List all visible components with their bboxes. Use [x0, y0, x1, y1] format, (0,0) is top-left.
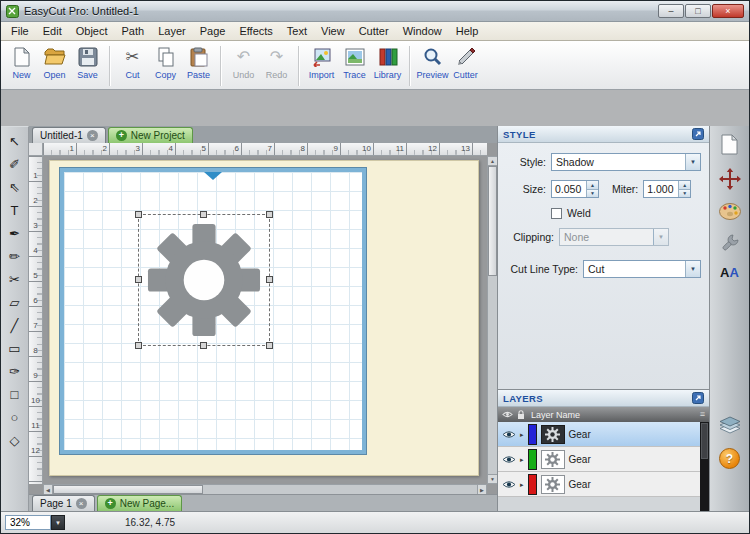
layer-thumbnail[interactable] — [541, 425, 565, 444]
scroll-right-icon[interactable]: ▶ — [477, 485, 487, 494]
panel-popout-icon[interactable] — [692, 392, 704, 404]
library-button[interactable]: Library — [371, 44, 404, 80]
zoom-level-input[interactable]: 32% — [5, 515, 51, 530]
layers-scroll-thumb[interactable] — [701, 423, 708, 459]
tool-pen[interactable]: ✑ — [4, 360, 26, 382]
tool-eyedropper[interactable]: ✒ — [4, 222, 26, 244]
close-button[interactable]: × — [712, 4, 744, 18]
tool-rectangle[interactable]: □ — [4, 383, 26, 405]
tool-shape[interactable]: ▭ — [4, 337, 26, 359]
menu-item[interactable]: Path — [115, 23, 152, 39]
clipping-select[interactable]: None ▼ — [559, 228, 669, 246]
help-icon[interactable]: ? — [719, 448, 740, 469]
horizontal-scroll-thumb[interactable] — [53, 485, 203, 494]
layer-color-swatch[interactable] — [528, 424, 537, 445]
layer-row[interactable]: ▸ Gear — [498, 422, 700, 447]
maximize-button[interactable]: □ — [685, 4, 711, 18]
menu-item[interactable]: Layer — [151, 23, 193, 39]
tool-pencil[interactable]: ✏ — [4, 245, 26, 267]
selection-handle-w[interactable] — [135, 276, 142, 283]
vertical-scrollbar[interactable]: ▲ ▼ — [487, 156, 497, 484]
tab-page-1[interactable]: Page 1 × — [32, 495, 95, 511]
layer-row[interactable]: ▸ Gear — [498, 472, 700, 497]
tool-ellipse[interactable]: ○ — [4, 406, 26, 428]
menu-item[interactable]: Help — [449, 23, 486, 39]
spin-up-icon[interactable]: ▲ — [587, 181, 598, 190]
selection-handle-n[interactable] — [200, 211, 207, 218]
chevron-down-icon[interactable]: ▼ — [685, 154, 700, 170]
redo-button[interactable]: ↷ Redo — [260, 44, 293, 80]
undo-button[interactable]: ↶ Undo — [227, 44, 260, 80]
selection-handle-nw[interactable] — [135, 211, 142, 218]
layer-expand-caret-icon[interactable]: ▸ — [520, 456, 524, 463]
new-page-tab[interactable]: + New Page... — [97, 495, 182, 511]
preview-button[interactable]: Preview — [416, 44, 449, 80]
title-bar[interactable]: EasyCut Pro: Untitled-1 – □ × — [1, 1, 749, 22]
menu-item[interactable]: Cutter — [352, 23, 396, 39]
layer-expand-caret-icon[interactable]: ▸ — [520, 431, 524, 438]
horizontal-scrollbar[interactable]: ◀ ▶ — [43, 484, 487, 494]
menu-item[interactable]: Text — [280, 23, 314, 39]
tab-untitled-1[interactable]: Untitled-1 × — [32, 127, 106, 143]
scroll-up-icon[interactable]: ▲ — [488, 156, 497, 166]
new-button[interactable]: New — [5, 44, 38, 80]
tab-close-icon[interactable]: × — [87, 130, 98, 141]
layers-panel-header[interactable]: LAYERS — [498, 390, 709, 407]
paste-button[interactable]: Paste — [182, 44, 215, 80]
layer-color-swatch[interactable] — [528, 474, 537, 495]
layer-row[interactable]: ▸ Gear — [498, 447, 700, 472]
style-select[interactable]: Shadow ▼ — [551, 153, 701, 171]
menu-item[interactable]: Effects — [232, 23, 279, 39]
minimize-button[interactable]: – — [658, 4, 684, 18]
text-style-icon[interactable]: AA AA — [720, 266, 739, 279]
copy-button[interactable]: Copy — [149, 44, 182, 80]
selection-handle-sw[interactable] — [135, 342, 142, 349]
cutting-mat[interactable] — [60, 168, 366, 454]
document-panel-icon[interactable] — [721, 134, 738, 155]
layer-visibility-eye-icon[interactable] — [502, 455, 516, 464]
zoom-dropdown-icon[interactable]: ▼ — [51, 515, 65, 530]
selection-bounds[interactable] — [138, 214, 270, 346]
layer-color-swatch[interactable] — [528, 449, 537, 470]
tool-text[interactable]: T — [4, 199, 26, 221]
spin-down-icon[interactable]: ▼ — [587, 190, 598, 198]
scroll-left-icon[interactable]: ◀ — [43, 485, 53, 494]
tool-eraser[interactable]: ▱ — [4, 291, 26, 313]
import-button[interactable]: Import — [305, 44, 338, 80]
palette-icon[interactable] — [719, 203, 741, 220]
panel-popout-icon[interactable] — [692, 128, 704, 140]
cut-button[interactable]: ✂ Cut — [116, 44, 149, 80]
tool-knife[interactable]: ✂ — [4, 268, 26, 290]
style-panel-header[interactable]: STYLE — [498, 126, 709, 143]
menu-item[interactable]: Window — [396, 23, 449, 39]
cut-line-type-select[interactable]: Cut ▼ — [583, 260, 701, 278]
selection-handle-se[interactable] — [266, 342, 273, 349]
tool-select[interactable]: ↖ — [4, 130, 26, 152]
selection-handle-ne[interactable] — [266, 211, 273, 218]
menu-item[interactable]: File — [4, 23, 36, 39]
size-spinner[interactable]: 0.050 ▲ ▼ — [551, 180, 599, 198]
spin-down-icon[interactable]: ▼ — [679, 190, 690, 198]
trace-button[interactable]: Trace — [338, 44, 371, 80]
weld-checkbox[interactable] — [551, 208, 562, 219]
canvas-viewport[interactable] — [43, 156, 487, 484]
open-button[interactable]: Open — [38, 44, 71, 80]
layers-menu-icon[interactable]: ≡ — [700, 410, 705, 419]
menu-item[interactable]: Object — [69, 23, 115, 39]
vertical-scroll-thumb[interactable] — [488, 166, 497, 276]
tool-lasso[interactable]: ✐ — [4, 153, 26, 175]
menu-item[interactable]: View — [314, 23, 352, 39]
menu-item[interactable]: Edit — [36, 23, 69, 39]
layers-scrollbar[interactable] — [700, 422, 709, 511]
menu-item[interactable]: Page — [193, 23, 233, 39]
move-transform-icon[interactable] — [719, 168, 741, 190]
layers-stack-icon[interactable] — [719, 416, 741, 435]
selection-handle-s[interactable] — [200, 342, 207, 349]
save-button[interactable]: Save — [71, 44, 104, 80]
layer-visibility-eye-icon[interactable] — [502, 480, 516, 489]
selection-handle-e[interactable] — [266, 276, 273, 283]
layer-visibility-eye-icon[interactable] — [502, 430, 516, 439]
scroll-down-icon[interactable]: ▼ — [488, 474, 497, 484]
tab-close-icon[interactable]: × — [76, 498, 87, 509]
layer-thumbnail[interactable] — [541, 475, 565, 494]
